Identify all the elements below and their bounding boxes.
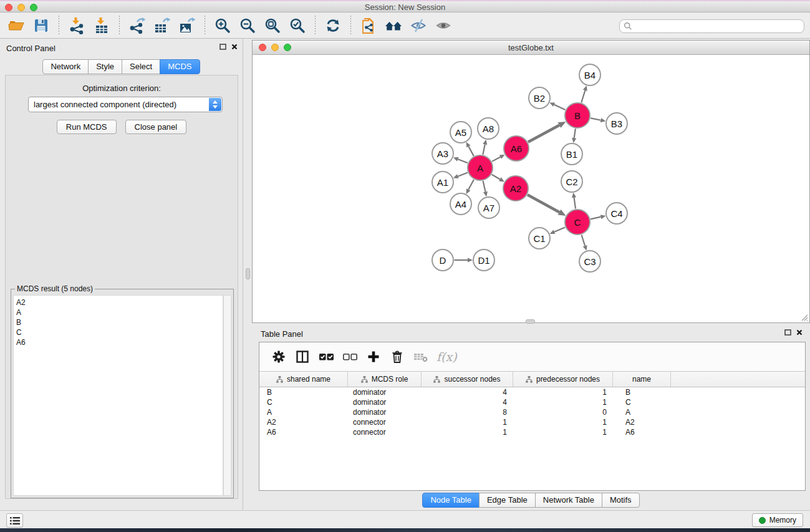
node-A4[interactable]: A4 xyxy=(450,193,471,215)
edge-A-A6[interactable] xyxy=(492,155,505,162)
export-image-button[interactable] xyxy=(176,15,198,36)
tab-edge-table[interactable]: Edge Table xyxy=(479,493,536,508)
save-session-button[interactable] xyxy=(30,15,52,36)
create-column-button[interactable] xyxy=(363,346,384,367)
network-window-titlebar[interactable]: testGlobe.txt xyxy=(253,41,809,55)
result-item[interactable]: A6 xyxy=(16,337,223,347)
edge-A-A1[interactable] xyxy=(453,173,468,178)
cell-shared-name[interactable]: C xyxy=(259,397,348,407)
table-row-B[interactable]: Bdominator41B xyxy=(259,387,805,397)
search-field[interactable] xyxy=(619,19,804,33)
column-header-predecessor-nodes[interactable]: predecessor nodes xyxy=(513,372,613,387)
vertical-divider-handle[interactable] xyxy=(246,268,250,279)
edge-A-A7[interactable] xyxy=(483,181,488,196)
column-header-mcds-role[interactable]: MCDS role xyxy=(348,372,422,387)
column-header-shared-name[interactable]: shared name xyxy=(259,372,348,387)
node-B3[interactable]: B3 xyxy=(606,113,627,134)
result-item[interactable]: A xyxy=(16,307,223,317)
document-network-button[interactable] xyxy=(357,15,380,36)
result-item[interactable]: A2 xyxy=(16,297,223,307)
edge-C-C4[interactable] xyxy=(591,215,605,219)
tab-motifs[interactable]: Motifs xyxy=(602,493,640,508)
zoom-selected-button[interactable] xyxy=(286,15,309,36)
memory-button[interactable]: Memory xyxy=(752,513,803,527)
node-C[interactable]: C xyxy=(565,210,590,235)
node-C3[interactable]: C3 xyxy=(579,251,600,272)
zoom-out-button[interactable] xyxy=(236,15,259,36)
column-layout-button[interactable] xyxy=(292,346,313,367)
hide-panel-button[interactable] xyxy=(407,15,430,36)
close-panel-icon[interactable] xyxy=(231,44,238,50)
tab-style[interactable]: Style xyxy=(88,59,122,74)
cell-shared-name[interactable]: B xyxy=(259,387,348,397)
mcds-result-list[interactable]: A2ABCA6 xyxy=(13,295,223,496)
cell-successor-nodes[interactable]: 4 xyxy=(422,397,513,407)
float-panel-icon[interactable] xyxy=(784,329,791,336)
node-A6[interactable]: A6 xyxy=(504,136,529,161)
node-A7[interactable]: A7 xyxy=(478,197,499,218)
show-eye-button[interactable] xyxy=(432,15,455,36)
table-row-A2[interactable]: A2connector11A2 xyxy=(259,417,805,427)
result-item[interactable]: B xyxy=(16,317,223,327)
cell-name[interactable]: A6 xyxy=(613,427,671,437)
refresh-button[interactable] xyxy=(322,15,344,36)
table-options-button[interactable] xyxy=(268,346,289,367)
table-row-A6[interactable]: A6connector11A6 xyxy=(259,427,805,437)
node-A8[interactable]: A8 xyxy=(478,118,499,139)
cell-name[interactable]: B xyxy=(613,387,671,397)
cell-shared-name[interactable]: A2 xyxy=(259,417,348,427)
node-A1[interactable]: A1 xyxy=(432,172,453,193)
edge-B-B1[interactable] xyxy=(572,128,576,143)
deselect-all-columns-button[interactable] xyxy=(339,346,360,367)
node-C1[interactable]: C1 xyxy=(529,228,550,249)
edge-C-C1[interactable] xyxy=(550,227,566,234)
cell-predecessor-nodes[interactable]: 1 xyxy=(513,427,613,437)
float-panel-icon[interactable] xyxy=(219,44,226,50)
zoom-in-button[interactable] xyxy=(211,15,234,36)
edge-B-B2[interactable] xyxy=(549,103,565,110)
column-header-successor-nodes[interactable]: successor nodes xyxy=(422,372,513,387)
table-row-C[interactable]: Cdominator41C xyxy=(259,397,805,407)
tab-mcds[interactable]: MCDS xyxy=(160,59,200,74)
network-canvas[interactable]: B4B2BB3A8A5A6A3B1AA1C2A2A4A7C4CC1C3DD1 xyxy=(253,55,809,322)
vertical-split-divider[interactable] xyxy=(244,39,252,510)
node-D[interactable]: D xyxy=(432,249,453,271)
node-A2[interactable]: A2 xyxy=(503,176,528,201)
cell-predecessor-nodes[interactable]: 1 xyxy=(513,417,613,427)
cell-name[interactable]: C xyxy=(613,397,671,407)
edge-B-B4[interactable] xyxy=(581,85,587,102)
zoom-fit-button[interactable] xyxy=(261,15,284,36)
node-A[interactable]: A xyxy=(468,155,493,180)
result-scrollbar[interactable] xyxy=(223,295,231,496)
edge-A-A3[interactable] xyxy=(453,157,468,163)
table-row-A[interactable]: Adominator80A xyxy=(259,407,805,417)
edge-A-A5[interactable] xyxy=(466,142,474,156)
node-B1[interactable]: B1 xyxy=(561,143,582,165)
search-input[interactable] xyxy=(632,21,804,32)
node-D1[interactable]: D1 xyxy=(473,249,494,271)
cell-shared-name[interactable]: A6 xyxy=(259,427,348,437)
edge-A-A2[interactable] xyxy=(492,175,504,182)
resize-grip-icon[interactable] xyxy=(801,314,808,321)
close-panel-icon[interactable] xyxy=(796,329,803,336)
run-mcds-button[interactable]: Run MCDS xyxy=(57,120,117,134)
select-all-columns-button[interactable] xyxy=(316,346,337,367)
close-panel-button[interactable]: Close panel xyxy=(125,120,187,134)
cell-name[interactable]: A xyxy=(613,407,671,417)
node-A3[interactable]: A3 xyxy=(432,143,453,164)
tab-select[interactable]: Select xyxy=(122,59,160,74)
column-header-name[interactable]: name xyxy=(613,372,671,387)
result-item[interactable]: C xyxy=(16,327,223,337)
edge-B-B3[interactable] xyxy=(591,118,605,122)
node-B2[interactable]: B2 xyxy=(529,87,550,109)
edge-A-A4[interactable] xyxy=(466,180,473,194)
criterion-select[interactable]: largest connected component (directed) xyxy=(28,97,223,112)
edge-A-A8[interactable] xyxy=(483,140,487,155)
cell-successor-nodes[interactable]: 1 xyxy=(422,427,513,437)
tab-network-table[interactable]: Network Table xyxy=(535,493,602,508)
cell-name[interactable]: A2 xyxy=(613,417,671,427)
node-C4[interactable]: C4 xyxy=(606,203,627,224)
edge-A2-C[interactable] xyxy=(528,195,566,216)
task-history-button[interactable] xyxy=(6,513,23,528)
open-session-button[interactable] xyxy=(5,15,27,36)
